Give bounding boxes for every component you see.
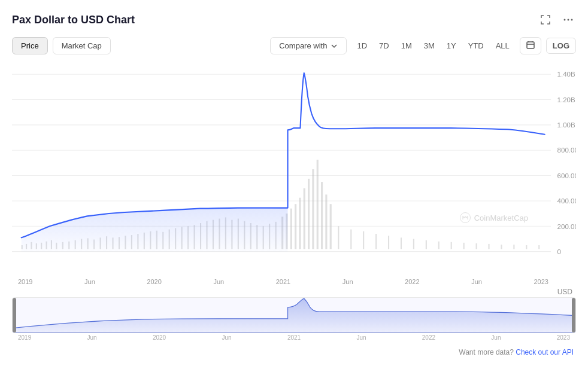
- expand-button[interactable]: [538, 12, 553, 28]
- svg-rect-72: [321, 182, 323, 249]
- footer-text: Want more data?: [459, 348, 514, 356]
- svg-point-0: [564, 19, 566, 21]
- mini-x-2022: 2022: [422, 334, 435, 341]
- svg-rect-84: [451, 242, 452, 249]
- period-7d[interactable]: 7D: [374, 38, 395, 53]
- mini-x-2019: 2019: [18, 334, 31, 341]
- svg-text:1.40B: 1.40B: [557, 71, 575, 78]
- period-1m[interactable]: 1M: [396, 38, 417, 53]
- svg-rect-68: [304, 188, 305, 249]
- mini-range-handle-right[interactable]: [572, 298, 575, 333]
- svg-rect-79: [388, 236, 389, 249]
- svg-rect-88: [501, 245, 502, 249]
- x-label-jun1: Jun: [84, 278, 95, 285]
- compare-with-button[interactable]: Compare with: [270, 37, 347, 54]
- svg-point-2: [571, 19, 573, 21]
- svg-text:1.00B: 1.00B: [557, 121, 575, 129]
- period-buttons: 1D 7D 1M 3M 1Y YTD ALL: [351, 38, 514, 53]
- svg-rect-75: [338, 226, 339, 249]
- tab-market-cap[interactable]: Market Cap: [53, 37, 111, 54]
- chart-container: Pax Dollar to USD Chart Price Market Cap…: [0, 0, 588, 369]
- svg-text:600.00M: 600.00M: [557, 172, 576, 179]
- header-icons: [538, 12, 576, 28]
- x-label-2021: 2021: [276, 278, 290, 285]
- log-button[interactable]: LOG: [546, 38, 576, 54]
- svg-rect-81: [413, 239, 414, 249]
- svg-rect-73: [325, 194, 327, 249]
- svg-rect-83: [438, 242, 440, 249]
- svg-rect-80: [401, 237, 402, 249]
- svg-text:200.00M: 200.00M: [557, 222, 576, 230]
- svg-rect-71: [317, 160, 319, 249]
- svg-rect-86: [476, 243, 477, 249]
- svg-rect-65: [290, 209, 292, 249]
- svg-rect-78: [375, 234, 377, 249]
- toolbar-row: Price Market Cap Compare with 1D 7D 1M 3…: [12, 37, 576, 54]
- mini-x-axis-labels: 2019 Jun 2020 Jun 2021 Jun 2022 Jun 2023: [12, 333, 576, 342]
- x-label-jun3: Jun: [343, 278, 353, 285]
- header-row: Pax Dollar to USD Chart: [12, 12, 576, 28]
- page-title: Pax Dollar to USD Chart: [12, 14, 135, 26]
- period-1d[interactable]: 1D: [351, 38, 372, 53]
- calendar-button[interactable]: [520, 37, 541, 54]
- svg-rect-89: [513, 245, 514, 249]
- mini-x-jun3: Jun: [356, 334, 366, 341]
- currency-label: USD: [12, 288, 576, 296]
- svg-rect-66: [295, 204, 296, 249]
- x-label-2019: 2019: [18, 278, 32, 285]
- main-chart-svg: 1.40B 1.20B 1.00B 800.00M 600.00M 400.00…: [12, 62, 576, 277]
- x-label-2023: 2023: [534, 278, 548, 285]
- mini-x-2021: 2021: [287, 334, 301, 341]
- x-label-jun4: Jun: [471, 278, 482, 285]
- svg-rect-85: [463, 243, 465, 249]
- period-3m[interactable]: 3M: [419, 38, 440, 53]
- x-axis-labels: 2019 Jun 2020 Jun 2021 Jun 2022 Jun 2023: [12, 277, 576, 286]
- mini-chart-area: [12, 297, 576, 333]
- svg-rect-76: [350, 230, 351, 249]
- api-link[interactable]: Check out our API: [516, 348, 574, 356]
- more-options-button[interactable]: [560, 12, 576, 28]
- svg-text:1.20B: 1.20B: [557, 96, 575, 103]
- svg-rect-82: [426, 240, 427, 249]
- mini-x-jun4: Jun: [491, 334, 501, 341]
- period-all[interactable]: ALL: [490, 38, 515, 53]
- svg-rect-70: [312, 169, 314, 249]
- svg-rect-69: [308, 179, 310, 249]
- main-chart-area: 1.40B 1.20B 1.00B 800.00M 600.00M 400.00…: [12, 62, 576, 277]
- mini-x-2020: 2020: [153, 334, 166, 341]
- x-label-2020: 2020: [147, 278, 161, 285]
- svg-rect-74: [330, 204, 332, 249]
- svg-text:0: 0: [557, 248, 561, 255]
- mini-range-handle-left[interactable]: [13, 298, 16, 333]
- mini-x-jun1: Jun: [87, 334, 97, 341]
- svg-rect-77: [363, 231, 364, 249]
- tab-price[interactable]: Price: [12, 37, 48, 54]
- period-1y[interactable]: 1Y: [441, 38, 462, 53]
- mini-chart-svg: [13, 298, 575, 333]
- period-ytd[interactable]: YTD: [463, 38, 489, 53]
- svg-text:400.00M: 400.00M: [557, 197, 576, 205]
- calendar-icon: [526, 41, 535, 49]
- svg-rect-91: [538, 245, 539, 249]
- svg-text:800.00M: 800.00M: [557, 147, 576, 154]
- chevron-down-icon: [331, 42, 338, 50]
- mini-x-2023: 2023: [557, 334, 570, 341]
- footer: Want more data? Check out our API: [12, 348, 576, 356]
- svg-rect-90: [526, 245, 527, 249]
- mini-x-jun2: Jun: [222, 334, 231, 341]
- x-label-jun2: Jun: [213, 278, 224, 285]
- svg-rect-87: [488, 244, 489, 249]
- svg-rect-3: [527, 42, 534, 48]
- svg-rect-67: [299, 198, 301, 249]
- svg-point-1: [568, 19, 569, 21]
- x-label-2022: 2022: [405, 278, 419, 285]
